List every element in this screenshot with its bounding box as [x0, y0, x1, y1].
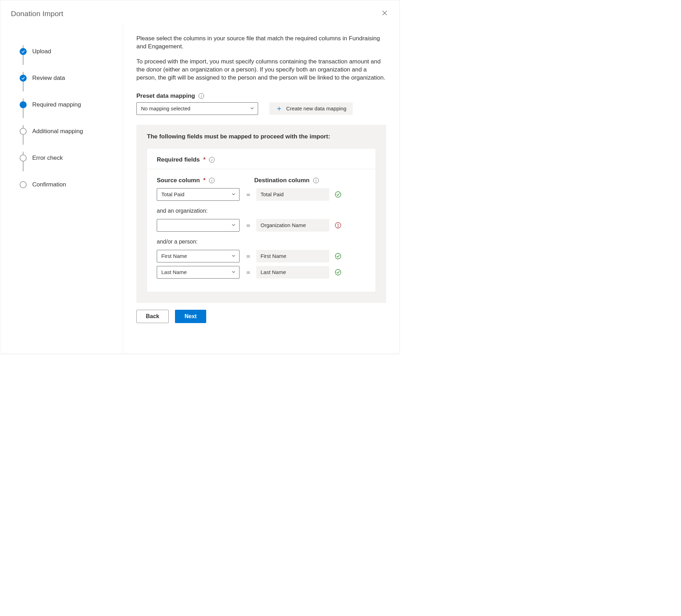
- step-confirmation[interactable]: Confirmation: [20, 171, 123, 198]
- destination-column: Organization Name: [256, 219, 329, 232]
- current-step-icon: [20, 101, 27, 108]
- dialog-title: Donation Import: [11, 9, 63, 18]
- step-additional-mapping[interactable]: Additional mapping: [20, 118, 123, 145]
- close-icon: [382, 11, 387, 15]
- source-column-dropdown[interactable]: Total Paid: [157, 188, 240, 201]
- source-column-dropdown[interactable]: Last Name: [157, 266, 240, 279]
- source-column-header: Source column: [157, 177, 200, 184]
- required-mapping-panel: The following fields must be mapped to p…: [136, 125, 386, 302]
- pending-step-icon: [20, 181, 27, 188]
- wizard-footer: Back Next: [136, 302, 386, 330]
- svg-point-5: [335, 269, 341, 275]
- source-column-dropdown[interactable]: First Name: [157, 250, 240, 262]
- step-label: Required mapping: [32, 101, 81, 108]
- pending-step-icon: [20, 155, 27, 162]
- main-panel: Please select the columns in your source…: [123, 24, 399, 354]
- status-ok-icon: [335, 191, 341, 198]
- mapping-row-organization: ＝ Organization Name: [157, 219, 366, 232]
- mapping-row-first-name: First Name ＝ First Name: [157, 250, 366, 262]
- wizard-stepper: Upload Review data Required mapping Addi…: [0, 24, 123, 354]
- required-fields-card: Required fields * i Source column * i: [147, 149, 376, 292]
- chevron-down-icon: [231, 222, 236, 228]
- info-icon[interactable]: i: [209, 178, 215, 183]
- dialog-header: Donation Import: [0, 0, 399, 24]
- step-label: Additional mapping: [32, 128, 83, 135]
- step-error-check[interactable]: Error check: [20, 145, 123, 171]
- dropdown-value: No mapping selected: [141, 105, 190, 111]
- step-required-mapping[interactable]: Required mapping: [20, 91, 123, 118]
- pending-step-icon: [20, 128, 27, 135]
- info-icon[interactable]: i: [198, 93, 204, 99]
- subheading: and/or a person:: [157, 239, 366, 245]
- status-ok-icon: [335, 253, 341, 259]
- chevron-down-icon: [231, 269, 236, 275]
- equals-icon: ＝: [245, 221, 251, 230]
- status-error-icon: [335, 222, 341, 228]
- dropdown-value: Total Paid: [161, 191, 184, 197]
- panel-title: The following fields must be mapped to p…: [147, 133, 376, 140]
- step-label: Confirmation: [32, 181, 66, 188]
- mapping-row-last-name: Last Name ＝ Last Name: [157, 266, 366, 279]
- create-new-mapping-button[interactable]: ＋ Create new data mapping: [269, 102, 353, 115]
- destination-column: Last Name: [256, 266, 329, 279]
- step-upload[interactable]: Upload: [20, 38, 123, 65]
- dropdown-value: Last Name: [161, 269, 187, 275]
- next-button[interactable]: Next: [175, 310, 206, 323]
- preset-mapping-label: Preset data mapping: [136, 93, 195, 100]
- intro-text: Please select the columns in your source…: [136, 35, 386, 82]
- step-review-data[interactable]: Review data: [20, 65, 123, 91]
- preset-mapping-dropdown[interactable]: No mapping selected: [136, 102, 258, 115]
- dialog: Donation Import Upload Review data: [0, 0, 400, 354]
- subheading: and an organization:: [157, 208, 366, 214]
- svg-point-4: [335, 253, 341, 259]
- button-label: Create new data mapping: [286, 105, 346, 111]
- close-button[interactable]: [380, 9, 389, 18]
- mapping-row-total-paid: Total Paid ＝ Total Paid: [157, 188, 366, 201]
- chevron-down-icon: [231, 191, 236, 197]
- svg-point-3: [338, 226, 338, 227]
- plus-icon: ＋: [276, 104, 283, 113]
- info-icon[interactable]: i: [209, 157, 215, 163]
- check-icon: [20, 75, 27, 82]
- card-title: Required fields: [157, 156, 200, 163]
- status-ok-icon: [335, 269, 341, 275]
- destination-column-header: Destination column: [254, 177, 310, 184]
- intro-paragraph: To proceed with the import, you must spe…: [136, 58, 386, 82]
- chevron-down-icon: [231, 253, 236, 259]
- intro-paragraph: Please select the columns in your source…: [136, 35, 386, 51]
- back-button[interactable]: Back: [136, 310, 169, 323]
- chevron-down-icon: [250, 105, 254, 111]
- step-label: Review data: [32, 75, 65, 82]
- step-label: Error check: [32, 155, 63, 162]
- info-icon[interactable]: i: [313, 178, 319, 183]
- check-icon: [20, 48, 27, 55]
- dropdown-value: First Name: [161, 253, 187, 259]
- step-label: Upload: [32, 48, 51, 55]
- svg-point-0: [335, 192, 341, 197]
- destination-column: First Name: [256, 250, 329, 262]
- destination-column: Total Paid: [256, 188, 329, 201]
- equals-icon: ＝: [245, 252, 251, 260]
- equals-icon: ＝: [245, 268, 251, 276]
- source-column-dropdown[interactable]: [157, 219, 240, 232]
- equals-icon: ＝: [245, 190, 251, 199]
